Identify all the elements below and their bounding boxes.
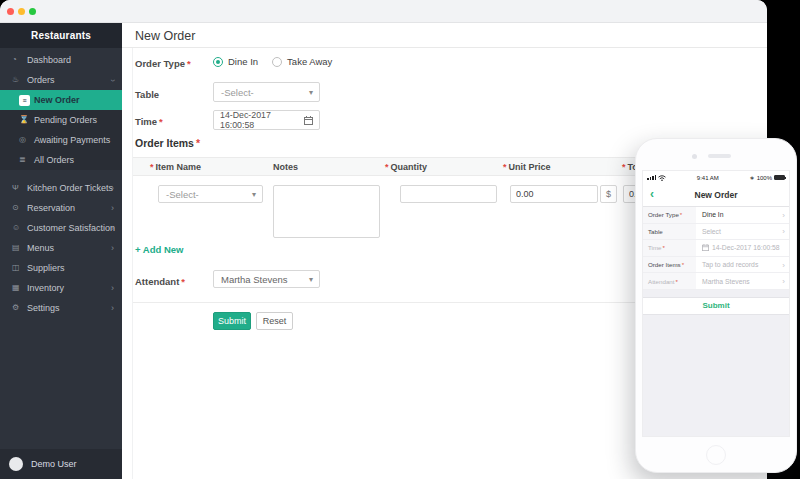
phone-page-title: New Order [695,190,738,200]
customer-satisfaction-icon: ☺ [12,224,27,232]
maximize-window-icon[interactable] [29,8,36,15]
phone-nav-bar: ‹ New Order [643,184,789,207]
back-chevron-icon[interactable]: ‹ [650,187,654,201]
sidebar-item-orders[interactable]: ♨ Orders › [0,70,122,90]
col-unit-price: *Unit Price [503,162,551,172]
unit-price-input[interactable] [510,185,598,203]
sidebar-item-awaiting-payments[interactable]: ◎ Awaiting Payments [0,130,122,150]
new-order-icon: ≡ [19,95,30,106]
phone-speaker-icon [708,154,731,158]
kitchen-order-tickets-icon: Ψ [12,184,27,192]
dashboard-icon: ◔ [12,56,27,64]
table-label: Table [135,89,159,100]
col-quantity: *Quantity [385,162,427,172]
reset-button[interactable]: Reset [256,312,293,330]
radio-unselected-icon [272,57,282,67]
battery-percent: 100% [757,175,772,181]
phone-row-attendant[interactable]: Attendant* Martha Stevens › [643,273,789,290]
phone-empty-area [643,315,789,436]
sidebar-item-reservation[interactable]: ⊙ Reservation › [0,198,122,218]
close-window-icon[interactable] [7,8,14,15]
chevron-down-icon: › [108,79,117,82]
sidebar-item-menus[interactable]: ▤ Menus › [0,238,122,258]
suppliers-icon: ◫ [12,264,27,272]
attendant-select[interactable]: Martha Stevens ▾ [213,270,320,288]
all-orders-icon: ≣ [19,156,34,164]
sidebar-item-suppliers[interactable]: ◫ Suppliers [0,258,122,278]
phone-submit-button[interactable]: Submit [643,298,789,315]
bluetooth-icon: ∗ [750,174,755,181]
chevron-down-icon: ▾ [309,88,313,97]
form-left-border [132,48,133,479]
time-input[interactable]: 14-Dec-2017 16:00:58 [213,110,320,130]
sidebar-item-settings[interactable]: ⚙ Settings › [0,298,122,318]
sidebar-item-dashboard[interactable]: ◔ Dashboard [0,50,122,70]
sidebar-item-all-orders[interactable]: ≣ All Orders [0,150,122,170]
chevron-right-icon: › [111,204,114,213]
sidebar-item-kitchen-order-tickets[interactable]: Ψ Kitchen Order Tickets › [0,178,122,198]
phone-row-table[interactable]: Table Select › [643,224,789,241]
chevron-down-icon: ▾ [252,190,256,199]
reservation-icon: ⊙ [12,204,27,212]
phone-row-time[interactable]: Time* 14-Dec-2017 16:00:58 [643,240,789,257]
sidebar-item-customer-satisfaction[interactable]: ☺ Customer Satisfaction › [0,218,122,238]
chevron-right-icon: › [111,244,114,253]
order-type-label: Order Type* [135,58,191,69]
order-items-heading: Order Items* [135,137,200,149]
battery-icon [774,175,785,180]
calendar-icon [702,244,709,251]
col-item-name: *Item Name [150,162,201,172]
phone-home-button[interactable] [706,445,726,465]
avatar [9,457,23,471]
submit-button[interactable]: Submit [213,312,251,330]
item-name-select[interactable]: -Select- ▾ [158,185,263,203]
page-title: New Order [135,29,195,43]
app-title: Restaurants [0,23,122,48]
radio-selected-icon [213,57,223,67]
chevron-right-icon: › [782,260,785,269]
table-select[interactable]: -Select- ▾ [213,82,320,102]
take-away-radio[interactable]: Take Away [272,56,332,67]
notes-textarea[interactable] [273,185,380,238]
order-type-radio-group: Dine In Take Away [213,56,332,67]
chevron-right-icon: › [111,184,114,193]
phone-row-order-type[interactable]: Order Type* Dine In › [643,207,789,224]
window-titlebar [0,0,767,23]
phone-row-order-items[interactable]: Order Items* Tap to add records › [643,257,789,274]
sidebar-item-pending-orders[interactable]: ⌛ Pending Orders [0,110,122,130]
awaiting-payments-icon: ◎ [19,136,34,144]
sidebar-item-inventory[interactable]: ▦ Inventory › [0,278,122,298]
time-label: Time* [135,116,163,127]
pending-orders-icon: ⌛ [19,116,34,124]
currency-suffix: $ [600,185,617,203]
phone-screen: 9:41 AM ∗ 100% ‹ New Order Order Type* D… [642,170,790,437]
minimize-window-icon[interactable] [18,8,25,15]
chevron-right-icon: › [782,277,785,286]
phone-status-bar: 9:41 AM ∗ 100% [643,171,789,184]
quantity-input[interactable] [400,185,497,203]
orders-icon: ♨ [12,76,27,84]
inventory-icon: ▦ [12,284,27,292]
sidebar-item-new-order[interactable]: ≡ New Order [0,90,122,110]
user-name: Demo User [31,459,77,469]
screenshot-canvas: Restaurants ◔ Dashboard ♨ Orders › ≡ New… [0,0,800,479]
signal-icon [647,175,656,180]
add-new-link[interactable]: + Add New [135,244,183,255]
settings-icon: ⚙ [12,304,27,312]
user-menu[interactable]: Demo User [0,449,122,479]
page-title-bar: New Order [122,23,767,48]
sidebar-nav: ◔ Dashboard ♨ Orders › ≡ New Order ⌛ Pen… [0,48,122,318]
dine-in-radio[interactable]: Dine In [213,56,258,67]
chevron-down-icon: ▾ [309,275,313,284]
sidebar: Restaurants ◔ Dashboard ♨ Orders › ≡ New… [0,23,122,479]
chevron-right-icon: › [111,284,114,293]
menus-icon: ▤ [12,244,27,252]
attendant-label: Attendant* [135,276,185,287]
chevron-right-icon: › [111,224,114,233]
col-notes: Notes [273,162,298,172]
phone-section-gap [643,290,789,298]
orders-submenu: ≡ New Order ⌛ Pending Orders ◎ Awaiting … [0,90,122,170]
calendar-icon [304,116,313,125]
chevron-right-icon: › [111,304,114,313]
phone-mockup: 9:41 AM ∗ 100% ‹ New Order Order Type* D… [635,138,797,473]
